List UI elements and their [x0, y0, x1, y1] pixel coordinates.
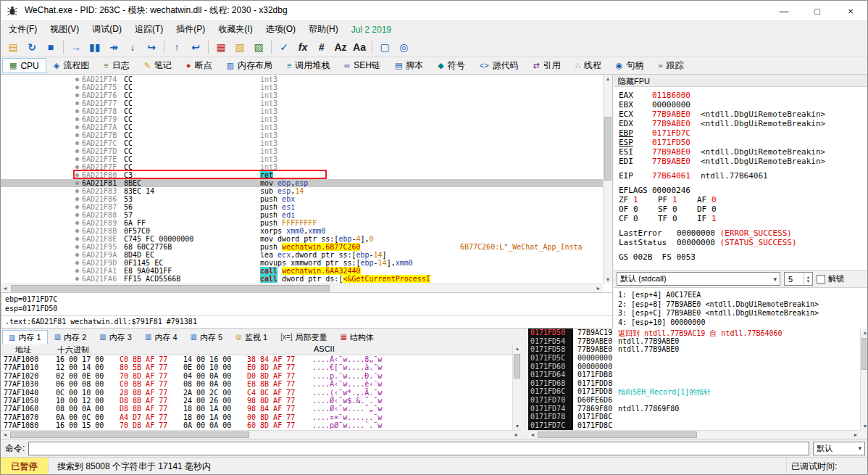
scroll-up-icon[interactable]: ▲ [604, 75, 612, 83]
breakpoint-dot[interactable] [75, 86, 79, 89]
menu-item-5[interactable]: 插件(P) [170, 21, 212, 38]
disasm-row[interactable]: 6AD21F818BECmov ebp,esp [1, 179, 603, 187]
stack-row[interactable]: 0171FD5877B9ABE0ntdll.77B9ABE0 [528, 345, 860, 354]
flag-value[interactable]: 0 [672, 214, 677, 223]
disasm-row[interactable]: 6AD21F7ACCint3 [1, 123, 603, 131]
scroll-left-icon[interactable]: ◄ [1, 284, 9, 292]
flag-tf[interactable]: TF 0 [658, 214, 697, 223]
tab-handles[interactable]: ◉句柄 [609, 58, 651, 73]
command-input[interactable] [28, 442, 809, 455]
breakpoint-dot[interactable] [75, 213, 79, 217]
disasm-row[interactable]: 6AD21F8B0F57C0xorps xmm0,xmm0 [1, 227, 603, 235]
register-value[interactable]: 01186000 [652, 91, 690, 100]
breakpoint-dot[interactable] [75, 149, 79, 153]
flag-value[interactable]: 0 [711, 205, 717, 214]
stepper-arrows-icon[interactable]: ▲▼ [804, 273, 812, 285]
menu-item-7[interactable]: 选项(O) [259, 21, 302, 38]
register-line[interactable]: LastStatus00000000 (STATUS_SUCCESS) [619, 238, 868, 247]
flag-af[interactable]: AF 0 [697, 195, 736, 205]
scroll-down-icon[interactable]: ▼ [513, 422, 522, 430]
stack-row[interactable]: 0171FD6000000000 [528, 363, 860, 371]
trace-coverage-button[interactable]: ▧ [230, 38, 249, 56]
breakpoint-dot[interactable] [75, 181, 79, 185]
flag-value[interactable]: 1 [711, 214, 717, 223]
tab-log[interactable]: ≡日志 [96, 58, 136, 73]
tab-struct[interactable]: ▦结构体 [334, 330, 380, 344]
menu-item-4[interactable]: 追踪(T) [128, 21, 170, 38]
tab-dump-1[interactable]: ▥内存 1 [2, 330, 48, 344]
dump-row[interactable]: 77AF100016 00 17 00C0 8B AF 7714 00 16 0… [1, 355, 512, 363]
unlock-checkbox[interactable]: 解锁 [817, 273, 844, 284]
disasm-row[interactable]: 6AD21F8653push ebx [1, 195, 603, 203]
register-value[interactable]: 0171FD50 [652, 138, 690, 147]
disasm-row[interactable]: 6AD21F9D0F1145 ECmovups xmmword ptr ss:[… [1, 259, 603, 267]
advanced-settings-button[interactable]: ▦ [212, 38, 230, 56]
flag-value[interactable]: 1 [633, 195, 638, 205]
scrollbar-thumb[interactable] [538, 431, 697, 438]
menu-item-6[interactable]: 收藏夹(I) [212, 21, 259, 38]
breakpoint-dot[interactable] [75, 102, 79, 105]
scroll-down-icon[interactable]: ▼ [861, 422, 868, 430]
disasm-row[interactable]: 6AD21FA6FF15 ACD5566Bcall dword ptr ds:[… [1, 275, 603, 283]
scroll-up-icon[interactable]: ▲ [513, 344, 522, 352]
command-syntax-select[interactable]: 默认 ▾ [813, 442, 865, 455]
disasm-row[interactable]: 6AD21F7DCCint3 [1, 147, 603, 155]
register-line[interactable]: EAX01186000 [619, 91, 868, 100]
argument-count-stepper[interactable]: 5 ▲▼ [784, 272, 813, 286]
scroll-right-icon[interactable]: ► [594, 284, 603, 292]
tab-dump-2[interactable]: ▥内存 2 [48, 330, 93, 344]
dump-row[interactable]: 77AF103006 00 08 00C0 8B AF 7708 00 0A 0… [1, 380, 512, 388]
disasm-row[interactable]: 6AD21F77CCint3 [1, 99, 603, 107]
scrollbar-thumb[interactable] [604, 117, 612, 181]
scrollbar-thumb[interactable] [10, 431, 249, 438]
disasm-vertical-scrollbar[interactable]: ▲ ▼ [603, 75, 612, 284]
breakpoint-dot[interactable] [75, 94, 79, 97]
register-line[interactable]: LastError00000000 (ERROR_SUCCESS) [619, 228, 868, 238]
maximize-button[interactable]: □ [801, 1, 834, 21]
scrollbar-thumb[interactable] [861, 338, 868, 370]
scroll-left-icon[interactable]: ◄ [1, 431, 9, 439]
disasm-row[interactable]: 6AD21FA1E8 9A04D1FFcall wechatwin.6AA324… [1, 267, 603, 275]
breakpoint-dot[interactable] [75, 261, 79, 265]
breakpoint-dot[interactable] [75, 78, 79, 81]
breakpoint-dot[interactable] [75, 125, 79, 129]
stack-row[interactable]: 0171FD640171FDB8 [528, 371, 860, 379]
register-line[interactable]: EDI77B9ABE0<ntdll.DbgUiRemoteBreakin> [619, 157, 868, 166]
step-into-button[interactable]: ↓ [123, 38, 142, 56]
tab-breakpoints[interactable]: ●断点 [179, 58, 220, 73]
breakpoint-dot[interactable] [75, 173, 79, 177]
register-value[interactable]: 00000000 [677, 228, 720, 238]
tab-trace[interactable]: »跟踪 [651, 58, 690, 73]
dump-row[interactable]: 77AF10700A 00 0C 00A4 D7 AF 7718 00 1A 0… [1, 413, 512, 421]
scrollbar-thumb[interactable] [514, 354, 520, 379]
register-value[interactable]: 00000000 [652, 100, 690, 110]
dump-row[interactable]: 77AF101012 00 14 0080 5B AF 770E 00 10 0… [1, 363, 512, 371]
register-value[interactable]: 77B9ABE0 [652, 147, 690, 157]
register-line[interactable]: ESI77B9ABE0<ntdll.DbgUiRemoteBreakin> [619, 147, 868, 157]
disasm-row[interactable]: 6AD21F76CCint3 [1, 91, 603, 99]
dump-row[interactable]: 77AF105010 00 12 00D8 8B AF 7724 00 26 0… [1, 397, 512, 405]
flag-of[interactable]: OF 0 [619, 205, 658, 214]
stack-row[interactable]: 0171FD680171FDD8 [528, 379, 860, 388]
register-line[interactable]: CF 0TF 0IF 1 [619, 214, 868, 223]
calling-convention-select[interactable]: 默认 (stdcall) ▾ [617, 272, 780, 286]
dump-row[interactable]: 77AF108016 00 15 0070 D8 AF 770A 00 0A 0… [1, 421, 512, 429]
stack-row[interactable]: 0171FD7C0171FD8C [528, 421, 860, 430]
execute-till-return-button[interactable]: ↑ [167, 38, 186, 56]
register-line[interactable]: OF 0SF 0DF 0 [619, 205, 868, 214]
hide-fpu-button[interactable]: 隐藏FPU [614, 75, 868, 87]
menu-item-2[interactable]: 视图(V) [43, 21, 85, 38]
scroll-up-icon[interactable]: ▲ [861, 329, 868, 336]
breakpoint-dot[interactable] [75, 157, 79, 161]
tab-graph[interactable]: ◈流程图 [46, 58, 96, 73]
tab-script[interactable]: ▤脚本 [388, 58, 430, 73]
run-button[interactable]: → [67, 38, 85, 56]
breakpoint-dot[interactable] [75, 197, 79, 201]
stack-horizontal-scrollbar[interactable]: ◄ ► [528, 430, 860, 439]
argument-row[interactable]: 4: [esp+10] 00000000 [618, 318, 868, 328]
tab-source[interactable]: <>源代码 [472, 58, 526, 73]
menu-item-3[interactable]: 调试(D) [85, 21, 128, 38]
tab-call-stack[interactable]: ≡调用堆栈 [280, 58, 337, 73]
step-back-button[interactable]: ↩ [186, 38, 205, 56]
flag-pf[interactable]: PF 1 [658, 195, 697, 205]
